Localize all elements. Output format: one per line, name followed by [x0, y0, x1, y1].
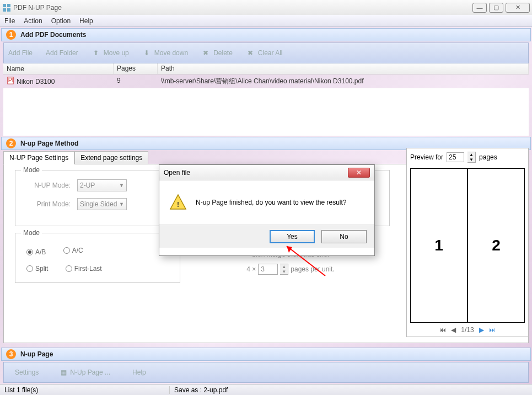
- chevron-up-icon: ▲: [467, 152, 475, 157]
- section-method-label: N-up Page Method: [20, 140, 78, 147]
- nup-mode-select[interactable]: 2-UP▼: [77, 179, 127, 191]
- pages-per-unit-stepper[interactable]: ▲▼: [280, 264, 288, 275]
- maximize-button[interactable]: ▢: [489, 3, 503, 13]
- cell-pages: 9: [114, 76, 158, 87]
- svg-rect-0: [3, 4, 6, 7]
- nup-icon: ▦: [61, 369, 67, 376]
- print-mode-label: Print Mode:: [26, 200, 71, 208]
- section-run-header: 3 N-up Page: [1, 348, 531, 361]
- preview-label: Preview for: [410, 153, 443, 161]
- section-run-label: N-up Page: [20, 350, 53, 358]
- dialog-title: Open file: [164, 169, 190, 177]
- cell-path: \\mb-server\Share\营销组\Alice Chan\video m…: [158, 76, 529, 87]
- yes-button[interactable]: Yes: [270, 230, 315, 243]
- nav-last-icon[interactable]: ⏭: [489, 326, 496, 334]
- dialog-close-button[interactable]: ✕: [348, 168, 370, 178]
- app-icon: [2, 3, 11, 12]
- table-row[interactable]: PDF Nikon D3100 9 \\mb-server\Share\营销组\…: [3, 74, 529, 88]
- file-toolbar: Add File Add Folder ⬆Move up ⬇Move down …: [3, 42, 529, 63]
- section-add-label: Add PDF Documents: [20, 31, 86, 39]
- section-num-2: 2: [6, 138, 16, 148]
- arrow-down-icon: ⬇: [142, 49, 151, 57]
- cell-name: PDF Nikon D3100: [3, 76, 114, 87]
- nup-page-button[interactable]: ▦N-Up Page ...: [61, 369, 110, 376]
- section-num-3: 3: [6, 349, 16, 359]
- nav-next-icon[interactable]: ▶: [479, 326, 484, 334]
- preview-canvas: 1 2: [410, 168, 525, 323]
- chevron-down-icon: ▼: [467, 157, 475, 162]
- radio-first-last[interactable]: First-Last: [66, 265, 102, 273]
- preview-page-2: 2: [468, 169, 524, 322]
- status-files: List 1 file(s): [4, 386, 170, 394]
- preview-pane: Preview for ▲▼ pages 1 2 ⏮ ◀ 1/13 ▶ ⏭: [406, 148, 529, 337]
- menu-file[interactable]: File: [4, 17, 15, 25]
- file-list-empty: [3, 88, 529, 136]
- chevron-down-icon: ▼: [119, 183, 124, 188]
- menu-help[interactable]: Help: [79, 17, 93, 25]
- svg-rect-1: [7, 4, 10, 7]
- delete-icon: ✖: [201, 49, 210, 57]
- svg-rect-3: [7, 8, 10, 12]
- bottom-toolbar: Settings ▦N-Up Page ... Help: [3, 362, 529, 383]
- preview-stepper[interactable]: ▲▼: [467, 152, 476, 163]
- delete-button[interactable]: ✖Delete: [201, 49, 233, 57]
- radio-ac[interactable]: A/C: [63, 247, 83, 254]
- pdf-icon: PDF: [7, 77, 14, 86]
- radio-ab[interactable]: A/B: [26, 248, 46, 256]
- arrow-up-icon: ⬆: [92, 49, 100, 57]
- svg-text:PDF: PDF: [8, 77, 14, 83]
- col-pages[interactable]: Pages: [114, 63, 158, 74]
- nav-position: 1/13: [461, 326, 474, 334]
- menu-option[interactable]: Option: [51, 17, 71, 25]
- section-add-header: 1 Add PDF Documents: [1, 28, 531, 41]
- nav-first-icon[interactable]: ⏮: [439, 326, 446, 334]
- mode-group-label-2: Mode: [21, 229, 42, 237]
- nav-prev-icon[interactable]: ◀: [451, 326, 456, 334]
- add-folder-button[interactable]: Add Folder: [46, 49, 78, 57]
- preview-page-1: 1: [411, 169, 468, 322]
- no-button[interactable]: No: [321, 230, 367, 243]
- preview-nav: ⏮ ◀ 1/13 ▶ ⏭: [407, 325, 528, 335]
- preview-suffix: pages: [479, 153, 497, 161]
- clear-icon: ✖: [246, 49, 255, 57]
- section-num-1: 1: [6, 30, 16, 40]
- mode-fieldset-2: Mode A/B A/C Split First-Last: [15, 233, 180, 283]
- window-title: PDF N-UP Page: [13, 4, 62, 12]
- col-path[interactable]: Path: [158, 63, 529, 74]
- nup-mode-label: N-UP Mode:: [26, 182, 71, 189]
- help-button[interactable]: Help: [132, 369, 146, 376]
- file-list-header: Name Pages Path: [3, 63, 529, 74]
- radio-split[interactable]: Split: [26, 265, 48, 273]
- menubar: File Action Option Help: [0, 15, 532, 27]
- chevron-up-icon: ▲: [280, 264, 288, 269]
- titlebar: PDF N-UP Page — ▢ ✕: [0, 0, 532, 15]
- move-up-button[interactable]: ⬆Move up: [92, 49, 129, 57]
- clear-all-button[interactable]: ✖Clear All: [246, 49, 283, 57]
- mode-group-label: Mode: [21, 166, 42, 174]
- tab-settings[interactable]: N-UP Page Settings: [3, 151, 74, 164]
- settings-button[interactable]: Settings: [15, 369, 39, 376]
- tab-extend[interactable]: Extend page settings: [74, 151, 148, 164]
- pages-per-unit-input[interactable]: 3: [258, 264, 278, 275]
- add-file-button[interactable]: Add File: [8, 49, 33, 57]
- open-file-dialog: Open file ✕ ! N-up Page finished, do you…: [159, 164, 375, 256]
- menu-action[interactable]: Action: [24, 17, 42, 25]
- warning-icon: !: [169, 194, 187, 211]
- chevron-down-icon: ▼: [119, 201, 124, 207]
- chevron-down-icon: ▼: [280, 269, 288, 274]
- status-save: Save as : 2-up.pdf: [170, 386, 228, 394]
- svg-text:!: !: [177, 201, 179, 209]
- close-button[interactable]: ✕: [506, 3, 530, 13]
- move-down-button[interactable]: ⬇Move down: [142, 49, 188, 57]
- dialog-message: N-up Page finished, do you want to view …: [196, 199, 347, 206]
- minimize-button[interactable]: —: [472, 3, 487, 13]
- col-name[interactable]: Name: [3, 63, 114, 74]
- preview-pages-input[interactable]: [447, 152, 464, 162]
- statusbar: List 1 file(s) Save as : 2-up.pdf: [0, 384, 532, 395]
- print-mode-select[interactable]: Single Sided▼: [77, 198, 127, 210]
- svg-rect-2: [3, 8, 6, 12]
